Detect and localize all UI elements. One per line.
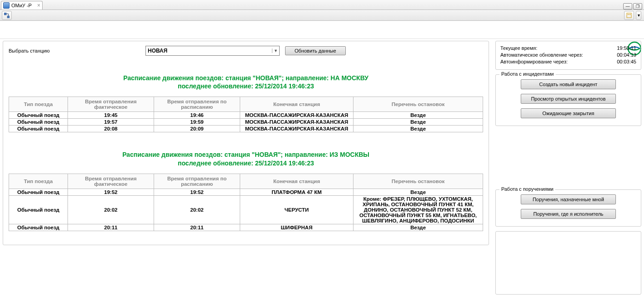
chevron-down-icon: ▼ [272, 48, 279, 53]
table-row: Обычный поезд19:4519:46МОСКВА-ПАССАЖИРСК… [9, 112, 483, 119]
info-row: Текущее время:19:50:11 [500, 45, 636, 51]
cell-scheduled: 20:09 [154, 126, 240, 132]
svg-rect-1 [7, 16, 10, 18]
col-scheduled: Время отправления по расписанию [154, 97, 240, 112]
info-row: Автоинформирование через:00:03:45 [500, 59, 636, 64]
cell-actual: 20:02 [68, 195, 154, 224]
cell-type: Обычный поезд [9, 224, 68, 231]
incidents-legend: Работа с инцидентами [499, 71, 556, 77]
cell-dest: МОСКВА-ПАССАЖИРСКАЯ-КАЗАНСКАЯ [240, 112, 353, 119]
cell-type: Обычный поезд [9, 126, 68, 132]
tab-icon [3, 2, 10, 9]
cell-scheduled: 20:11 [154, 224, 240, 231]
schedule-from-title: Расписание движения поездов: станция "НО… [9, 150, 483, 167]
station-select[interactable]: НОВАЯ ▼ [145, 46, 280, 56]
refresh-button[interactable]: Обновить данные [285, 46, 346, 55]
empty-panel [495, 231, 641, 295]
table-row: Обычный поезд19:5219:52ПЛАТФОРМА 47 КМВе… [9, 189, 483, 195]
cell-stops: Везде [353, 112, 483, 119]
banner [0, 21, 644, 39]
cell-stops: Кроме: ФРЕЗЕР, ПЛЮЩЕВО, УХТОМСКАЯ, ХРИПА… [353, 195, 483, 224]
col-type: Тип поезда [9, 97, 68, 112]
station-label: Выбрать станцию [9, 48, 140, 53]
window-controls: — ❐ [623, 3, 642, 10]
table-row: Обычный поезд20:0820:09МОСКВА-ПАССАЖИРСК… [9, 126, 483, 132]
col-dest: Конечная станция [240, 97, 353, 112]
incidents-panel: Работа с инцидентами Создать новый инцид… [495, 74, 641, 126]
cell-scheduled: 19:46 [154, 112, 240, 119]
cell-dest: ШИФЕРНАЯ [240, 224, 353, 231]
cell-dest: ЧЕРУСТИ [240, 195, 353, 224]
task-button-0[interactable]: Поручения, назначенные мной [521, 194, 616, 204]
col-actual: Время отправления фактическое [68, 97, 154, 112]
cell-actual: 20:11 [68, 224, 154, 231]
cell-actual: 19:52 [68, 189, 154, 195]
station-select-value: НОВАЯ [148, 48, 167, 54]
tasks-legend: Работа с поручениями [499, 186, 555, 192]
info-label: Автоматическое обновление через: [500, 52, 583, 58]
svg-rect-5 [628, 14, 629, 15]
info-row: Автоматическое обновление через:00:04:13 [500, 52, 636, 58]
info-label: Автоинформирование через: [500, 59, 568, 64]
col-stops: Перечень остановок [353, 174, 483, 189]
schedule-from-table: Тип поезда Время отправления фактическое… [9, 174, 483, 231]
schedule-to-title: Расписание движения поездов: станция "НО… [9, 74, 483, 90]
info-value: 00:03:45 [617, 59, 636, 64]
tab-bar: ОМиУ -Р × — ❐ [0, 0, 644, 10]
close-tab-icon[interactable]: × [37, 2, 40, 9]
info-label: Текущее время: [500, 45, 537, 51]
cell-scheduled: 19:52 [154, 189, 240, 195]
table-row: Обычный поезд20:1120:11ШИФЕРНАЯВезде [9, 224, 483, 231]
cell-stops: Везде [353, 224, 483, 231]
right-panel: Текущее время:19:50:11Автоматическое обн… [495, 41, 641, 295]
cell-actual: 20:08 [68, 126, 154, 132]
cell-actual: 19:57 [68, 119, 154, 126]
cell-scheduled: 19:59 [154, 119, 240, 126]
cell-stops: Везде [353, 189, 483, 195]
info-value: 00:04:13 [617, 52, 636, 58]
info-value: 19:50:11 [617, 45, 636, 51]
table-row: Обычный поезд19:5719:59МОСКВА-ПАССАЖИРСК… [9, 119, 483, 126]
svg-rect-0 [4, 13, 6, 15]
settings-tool-button[interactable] [624, 11, 634, 20]
schedule-to-table: Тип поезда Время отправления фактическое… [9, 97, 483, 132]
incident-button-0[interactable]: Создать новый инцидент [521, 79, 616, 89]
cell-dest: МОСКВА-ПАССАЖИРСКАЯ-КАЗАНСКАЯ [240, 119, 353, 126]
content-area: Выбрать станцию НОВАЯ ▼ Обновить данные … [0, 21, 644, 297]
active-tab[interactable]: ОМиУ -Р × [1, 1, 43, 10]
task-button-1[interactable]: Поручения, где я исполнитель [521, 209, 616, 219]
tasks-panel: Работа с поручениями Поручения, назначен… [495, 189, 641, 227]
toolstrip: ▾ [0, 10, 644, 21]
cell-stops: Везде [353, 126, 483, 132]
col-dest: Конечная станция [240, 174, 353, 189]
table-row: Обычный поезд20:0220:02ЧЕРУСТИКроме: ФРЕ… [9, 195, 483, 224]
col-actual: Время отправления фактическое [68, 174, 154, 189]
minimize-window-icon[interactable]: — [623, 3, 632, 10]
incident-button-1[interactable]: Просмотр открытых инцидентов [521, 94, 616, 104]
cell-scheduled: 20:02 [154, 195, 240, 224]
cell-dest: МОСКВА-ПАССАЖИРСКАЯ-КАЗАНСКАЯ [240, 126, 353, 132]
incident-button-2[interactable]: Ожидающие закрытия [521, 108, 616, 118]
svg-rect-4 [627, 13, 631, 18]
cell-type: Обычный поезд [9, 189, 68, 195]
cell-stops: Везде [353, 119, 483, 126]
col-type: Тип поезда [9, 174, 68, 189]
cell-actual: 19:45 [68, 112, 154, 119]
left-panel: Выбрать станцию НОВАЯ ▼ Обновить данные … [3, 41, 489, 245]
info-panel: Текущее время:19:50:11Автоматическое обн… [495, 41, 641, 70]
cell-type: Обычный поезд [9, 195, 68, 224]
restore-window-icon[interactable]: ❐ [633, 3, 642, 10]
cell-dest: ПЛАТФОРМА 47 КМ [240, 189, 353, 195]
cell-type: Обычный поезд [9, 119, 68, 126]
station-selector-row: Выбрать станцию НОВАЯ ▼ Обновить данные [9, 46, 483, 56]
tab-title: ОМиУ -Р [11, 3, 32, 8]
col-scheduled: Время отправления по расписанию [154, 174, 240, 189]
col-stops: Перечень остановок [353, 97, 483, 112]
cell-type: Обычный поезд [9, 112, 68, 119]
svg-rect-6 [629, 14, 630, 15]
layout-tool-button[interactable] [2, 11, 12, 20]
tool-dropdown-arrow[interactable]: ▾ [636, 11, 641, 20]
